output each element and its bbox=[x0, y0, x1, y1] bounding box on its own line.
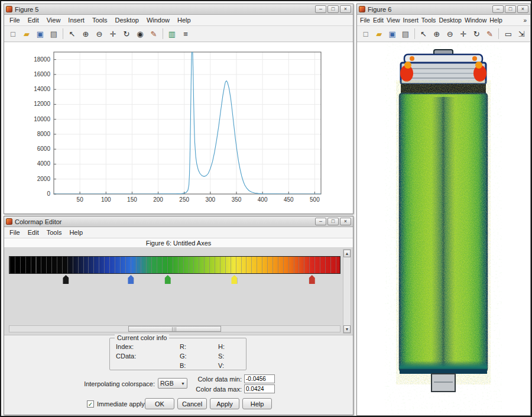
r-label: R: bbox=[180, 343, 186, 350]
menu-item-help[interactable]: Help bbox=[488, 16, 504, 24]
color-data-min-input[interactable] bbox=[244, 374, 275, 383]
rotate-3d-icon[interactable]: ↻ bbox=[120, 28, 133, 40]
apply-button[interactable]: Apply bbox=[210, 398, 239, 409]
scroll-up-icon[interactable]: ▲ bbox=[343, 250, 351, 257]
menu-item-edit[interactable]: Edit bbox=[24, 16, 43, 24]
close-button[interactable]: × bbox=[517, 5, 528, 13]
checkbox-checked-icon[interactable]: ✓ bbox=[87, 400, 94, 408]
y-tick-label: 14000 bbox=[34, 86, 50, 92]
menu-item-window[interactable]: Window bbox=[463, 16, 488, 24]
menu-item-help[interactable]: Help bbox=[66, 228, 86, 237]
brush-icon[interactable]: ✎ bbox=[484, 28, 496, 40]
y-tick-label: 12000 bbox=[34, 101, 50, 107]
colormap-node-marker[interactable] bbox=[309, 275, 315, 284]
menu-item-edit[interactable]: Edit bbox=[24, 228, 43, 237]
close-button[interactable]: × bbox=[340, 218, 351, 225]
help-button[interactable]: Help bbox=[242, 398, 272, 409]
new-document-icon[interactable]: □ bbox=[359, 28, 372, 40]
rotate-3d-icon[interactable]: ↻ bbox=[470, 28, 482, 40]
dock-figure-icon[interactable]: ⇲ bbox=[515, 28, 528, 40]
save-icon[interactable]: ▣ bbox=[386, 28, 398, 40]
open-folder-icon[interactable]: ▰ bbox=[372, 28, 385, 40]
minimize-button[interactable]: – bbox=[315, 218, 326, 225]
horizontal-scrollbar[interactable] bbox=[9, 325, 340, 332]
colormap-node-marker[interactable] bbox=[63, 275, 69, 284]
brush-icon[interactable]: ✎ bbox=[147, 28, 160, 40]
colormap-node-markers bbox=[9, 275, 340, 286]
pan-icon[interactable]: ✛ bbox=[457, 28, 469, 40]
g-label: G: bbox=[180, 353, 187, 360]
colormap-node-marker[interactable] bbox=[128, 275, 134, 284]
menu-item-window[interactable]: Window bbox=[143, 16, 173, 24]
print-icon[interactable]: ▤ bbox=[47, 28, 60, 40]
figure5-plot-area[interactable]: 5010015020025030035040045050002000400060… bbox=[4, 43, 353, 214]
maximize-button[interactable]: □ bbox=[505, 5, 516, 13]
scrollbar-grip-icon bbox=[172, 327, 177, 331]
figure6-titlebar[interactable]: Figure 6 – □ × bbox=[357, 4, 530, 15]
group-legend: Current color info bbox=[115, 334, 169, 341]
h-label: H: bbox=[218, 343, 225, 350]
dialog-buttons: OKCancelApplyHelp bbox=[145, 398, 272, 409]
zoom-in-icon[interactable]: ⊕ bbox=[430, 28, 443, 40]
menu-item-desktop[interactable]: Desktop bbox=[112, 16, 142, 24]
x-tick-label: 150 bbox=[127, 196, 137, 203]
menu-item-insert[interactable]: Insert bbox=[402, 16, 420, 24]
insert-legend-icon[interactable]: ≡ bbox=[179, 28, 192, 40]
print-icon[interactable]: ▤ bbox=[399, 28, 411, 40]
figure5-toolbar: □▰▣▤↖⊕⊖✛↻◉✎▥≡ bbox=[4, 26, 353, 42]
insert-colorbar-icon[interactable]: ▥ bbox=[166, 28, 179, 40]
desktop: Figure 5 – □ × FileEditViewInsertToolsDe… bbox=[0, 0, 532, 417]
scroll-down-icon[interactable]: ▼ bbox=[343, 325, 351, 333]
save-icon[interactable]: ▣ bbox=[34, 28, 47, 40]
close-button[interactable]: × bbox=[340, 5, 351, 13]
maximize-button[interactable]: □ bbox=[327, 5, 339, 13]
data-cursor-icon[interactable]: ◉ bbox=[134, 28, 147, 40]
menu-item-insert[interactable]: Insert bbox=[64, 16, 88, 24]
zoom-out-icon[interactable]: ⊖ bbox=[93, 28, 106, 40]
menu-item-view[interactable]: View bbox=[43, 16, 64, 24]
menu-item-desktop[interactable]: Desktop bbox=[437, 16, 463, 24]
menu-item-file[interactable]: File bbox=[359, 16, 371, 24]
chevron-down-icon: ▼ bbox=[181, 382, 185, 386]
vertical-scrollbar[interactable]: ▲ ▼ bbox=[343, 249, 351, 334]
menu-item-edit[interactable]: Edit bbox=[372, 16, 385, 24]
open-folder-icon[interactable]: ▰ bbox=[20, 28, 33, 40]
new-document-icon[interactable]: □ bbox=[7, 28, 20, 40]
menu-overflow-icon[interactable]: » bbox=[521, 17, 528, 24]
scrollbar-thumb[interactable] bbox=[128, 326, 221, 332]
menu-item-help[interactable]: Help bbox=[174, 16, 194, 24]
colormap-editor-titlebar[interactable]: Colormap Editor – □ × bbox=[4, 216, 353, 227]
minimize-button[interactable]: – bbox=[315, 5, 326, 13]
pan-icon[interactable]: ✛ bbox=[106, 28, 119, 40]
ok-button[interactable]: OK bbox=[145, 398, 174, 409]
menu-item-tools[interactable]: Tools bbox=[43, 228, 66, 237]
minimize-button[interactable]: – bbox=[492, 5, 504, 13]
figure5-titlebar[interactable]: Figure 5 – □ × bbox=[4, 4, 353, 15]
menu-item-file[interactable]: File bbox=[6, 16, 24, 24]
menu-item-tools[interactable]: Tools bbox=[420, 16, 437, 24]
hide-plot-tools-icon[interactable]: ▭ bbox=[502, 28, 514, 40]
cancel-button[interactable]: Cancel bbox=[177, 398, 207, 409]
y-tick-label: 16000 bbox=[34, 71, 50, 77]
menu-item-file[interactable]: File bbox=[6, 228, 24, 237]
menu-item-tools[interactable]: Tools bbox=[89, 16, 111, 24]
histogram-plot: 5010015020025030035040045050002000400060… bbox=[4, 43, 353, 214]
cursor-icon[interactable]: ↖ bbox=[66, 28, 79, 40]
figure6-image-area[interactable] bbox=[357, 43, 530, 415]
zoom-out-icon[interactable]: ⊖ bbox=[444, 28, 456, 40]
colormap-strip[interactable] bbox=[9, 256, 340, 274]
colormap-cell-grid bbox=[9, 257, 340, 273]
colorspace-dropdown[interactable]: RGB ▼ bbox=[158, 378, 187, 389]
x-tick-label: 500 bbox=[310, 196, 320, 203]
colormap-node-marker[interactable] bbox=[231, 275, 237, 284]
immediate-apply-checkbox[interactable]: ✓ Immediate apply bbox=[87, 400, 145, 408]
toolbar-separator bbox=[63, 28, 63, 39]
menu-item-view[interactable]: View bbox=[385, 16, 401, 24]
color-data-max-input[interactable] bbox=[244, 384, 275, 393]
zoom-in-icon[interactable]: ⊕ bbox=[79, 28, 92, 40]
maximize-button[interactable]: □ bbox=[327, 218, 339, 225]
toolbar-separator bbox=[163, 28, 163, 39]
cursor-icon[interactable]: ↖ bbox=[417, 28, 430, 40]
colormap-node-marker[interactable] bbox=[165, 275, 171, 284]
colormap-editor-menubar: FileEditToolsHelp bbox=[4, 227, 353, 238]
